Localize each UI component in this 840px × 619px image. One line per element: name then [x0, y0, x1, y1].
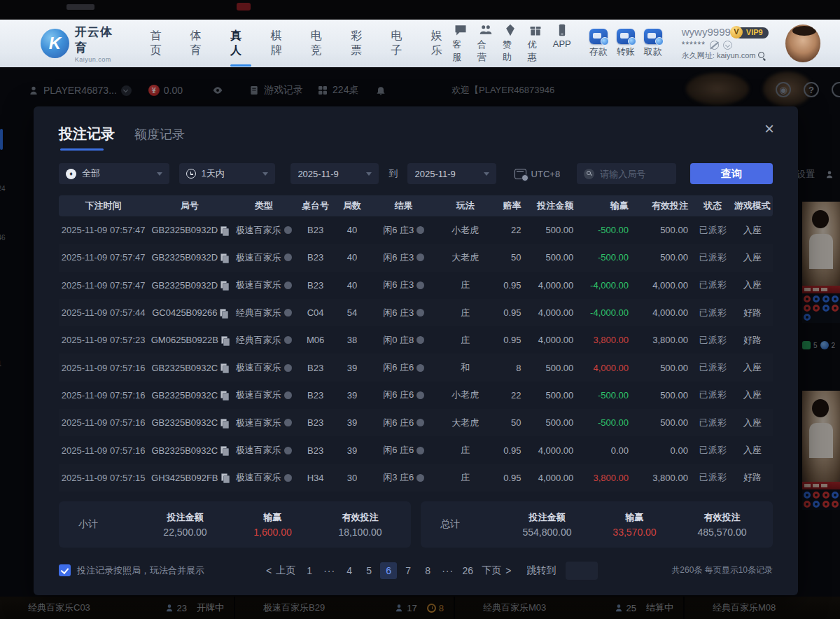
- info-icon[interactable]: [284, 474, 292, 482]
- cell-odds: 22: [493, 225, 526, 235]
- info-icon[interactable]: [416, 419, 424, 426]
- transfer-button[interactable]: 转账: [617, 29, 635, 58]
- column-header: 赔率: [493, 200, 526, 212]
- cell-bet-amount: 4,000.00: [527, 473, 580, 483]
- deposit-button[interactable]: 存款: [589, 29, 608, 58]
- merge-checkbox[interactable]: [59, 564, 71, 576]
- nav-item[interactable]: 棋牌: [270, 25, 291, 62]
- cell-round-count: 39: [335, 390, 370, 401]
- info-icon[interactable]: [416, 447, 424, 454]
- nav-item[interactable]: 娱乐: [431, 25, 452, 62]
- cell-game-type: 极速百家乐: [231, 444, 296, 457]
- page-number[interactable]: 5: [360, 562, 377, 579]
- game-type-select[interactable]: ♦ 全部: [59, 163, 169, 184]
- total-valid: 485,570.00: [697, 527, 746, 538]
- page-number[interactable]: 26: [459, 562, 476, 579]
- cell-table-id: H34: [296, 473, 335, 483]
- info-icon[interactable]: [284, 447, 292, 454]
- info-icon[interactable]: [284, 253, 292, 261]
- time-range-select[interactable]: 1天内: [179, 163, 276, 184]
- vip-badge[interactable]: V VIP9: [735, 27, 769, 39]
- app-button[interactable]: APP: [553, 23, 571, 64]
- page-number[interactable]: 4: [341, 562, 358, 579]
- column-header: 投注金额: [527, 200, 580, 212]
- round-search-input[interactable]: [600, 169, 670, 179]
- copy-icon[interactable]: [220, 281, 227, 289]
- tab-bet-records[interactable]: 投注记录: [59, 125, 115, 151]
- next-page-button[interactable]: 下页>: [479, 564, 514, 577]
- info-icon[interactable]: [416, 474, 424, 482]
- cell-play-type: 大老虎: [438, 251, 493, 264]
- info-icon[interactable]: [284, 364, 292, 372]
- total-amount: 554,800.00: [522, 527, 571, 538]
- partnership-button[interactable]: 合营: [477, 23, 493, 64]
- info-icon[interactable]: [416, 253, 424, 261]
- cell-game-type: 极速百家乐: [231, 417, 296, 429]
- cell-odds: 0.95: [493, 445, 526, 456]
- info-icon[interactable]: [284, 281, 292, 289]
- copy-icon[interactable]: [220, 391, 227, 399]
- magnifier-icon[interactable]: [758, 52, 766, 60]
- copy-icon[interactable]: [220, 226, 227, 235]
- copy-icon[interactable]: [221, 473, 228, 482]
- cell-valid-bet: 4,000.00: [634, 307, 694, 318]
- copy-icon[interactable]: [220, 309, 227, 317]
- cell-round-count: 40: [335, 280, 370, 291]
- info-icon[interactable]: [416, 364, 424, 372]
- info-icon[interactable]: [284, 309, 292, 317]
- page-number[interactable]: 7: [400, 562, 416, 579]
- cell-valid-bet: 500.00: [634, 363, 694, 373]
- brand-name: 开云体育: [75, 24, 124, 56]
- copy-icon[interactable]: [220, 253, 227, 262]
- cell-status: 已派彩: [694, 251, 732, 264]
- date-to-picker[interactable]: 2025-11-9: [407, 163, 496, 184]
- nav-item[interactable]: 电子: [391, 25, 412, 62]
- info-icon[interactable]: [416, 309, 424, 317]
- prev-page-button[interactable]: <上页: [263, 564, 298, 577]
- info-icon[interactable]: [416, 336, 424, 344]
- copy-icon[interactable]: [220, 419, 227, 427]
- brand-logo[interactable]: K 开云体育 Kaiyun.com: [41, 24, 123, 63]
- cell-status: 已派彩: [694, 307, 732, 319]
- cell-bet-time: 2025-11-09 07:57:16: [59, 417, 148, 428]
- nav-item[interactable]: 体育: [190, 25, 211, 62]
- info-icon[interactable]: [416, 281, 424, 289]
- promo-button[interactable]: 优惠: [528, 23, 544, 64]
- chevron-down-icon[interactable]: [723, 41, 732, 50]
- page-number[interactable]: 8: [419, 562, 436, 579]
- info-icon[interactable]: [416, 391, 424, 399]
- jump-page-input[interactable]: [566, 562, 598, 580]
- copy-icon[interactable]: [220, 446, 227, 454]
- info-icon[interactable]: [284, 391, 292, 399]
- page-number[interactable]: ···: [439, 562, 456, 579]
- cell-valid-bet: 3,800.00: [634, 473, 694, 483]
- nav-item[interactable]: 电竞: [311, 25, 332, 62]
- customer-service-button[interactable]: 客服: [452, 23, 468, 64]
- tab-quota-records[interactable]: 额度记录: [134, 126, 185, 150]
- info-icon[interactable]: [284, 336, 292, 344]
- total-label: 总计: [440, 518, 503, 531]
- nav-item[interactable]: 真人: [230, 25, 251, 62]
- avatar[interactable]: [785, 25, 820, 62]
- info-icon[interactable]: [416, 226, 424, 234]
- date-from-picker[interactable]: 2025-11-9: [290, 163, 379, 184]
- query-button[interactable]: 查询: [690, 163, 773, 184]
- nav-item[interactable]: 彩票: [351, 25, 372, 62]
- summary-section: 小计 投注金额22,500.00 输赢1,600.00 有效投注18,100.0…: [59, 501, 773, 548]
- page-number[interactable]: ···: [321, 562, 338, 579]
- eye-off-icon[interactable]: [710, 41, 719, 50]
- cell-play-type: 庄: [438, 334, 493, 347]
- page-number[interactable]: 6: [380, 562, 397, 579]
- copy-icon[interactable]: [221, 336, 228, 345]
- info-icon[interactable]: [284, 226, 292, 234]
- nav-item[interactable]: 首页: [150, 25, 171, 62]
- info-icon[interactable]: [284, 419, 292, 426]
- copy-icon[interactable]: [220, 363, 227, 372]
- cell-game-mode: 入座: [732, 251, 773, 264]
- page-number[interactable]: 1: [301, 562, 318, 579]
- close-icon[interactable]: ×: [764, 120, 774, 137]
- cell-round-count: 40: [335, 252, 370, 263]
- sponsor-button[interactable]: 赞助: [503, 23, 519, 64]
- cell-game-mode: 好路: [732, 307, 773, 319]
- withdraw-button[interactable]: 取款: [644, 29, 662, 58]
